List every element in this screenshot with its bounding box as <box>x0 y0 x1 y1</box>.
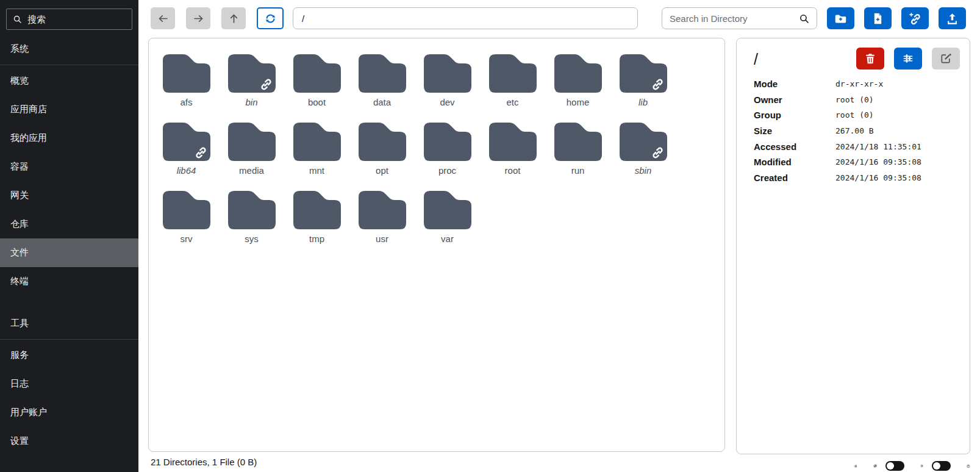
file-grid: afs bin boot data dev etc home <box>149 38 724 256</box>
sidebar-item-app-store[interactable]: 应用商店 <box>0 95 138 124</box>
file-item-boot[interactable]: boot <box>284 54 349 119</box>
file-name: proc <box>438 165 456 176</box>
sidebar-divider <box>0 339 138 340</box>
file-name: dev <box>440 97 454 107</box>
property-row-size: Size 267.00 B <box>754 123 960 139</box>
folder-icon <box>359 123 406 161</box>
property-row-created: Created 2024/1/16 09:35:08 <box>754 170 960 186</box>
back-button[interactable] <box>151 7 175 29</box>
folder-icon <box>554 54 602 93</box>
sidebar-item-repository[interactable]: 仓库 <box>0 210 138 238</box>
show-hidden-toggle[interactable] <box>885 461 904 471</box>
upload-button[interactable] <box>939 7 966 29</box>
sidebar-search-input[interactable] <box>27 14 126 24</box>
file-item-lib[interactable]: lib <box>610 54 676 119</box>
sidebar-item-overview[interactable]: 概览 <box>0 66 138 95</box>
sidebar: 系统 概览 应用商店 我的应用 容器 网关 仓库 文件 终端 工具 服务 日志 … <box>0 0 138 472</box>
refresh-button[interactable] <box>257 7 284 29</box>
sidebar-item-logs[interactable]: 日志 <box>0 370 138 398</box>
file-name: home <box>567 97 590 107</box>
gear-icon[interactable] <box>920 460 923 472</box>
rename-button[interactable] <box>932 48 960 70</box>
file-item-proc[interactable]: proc <box>415 123 480 187</box>
file-item-afs[interactable]: afs <box>154 54 219 119</box>
refresh-icon <box>265 13 276 24</box>
file-item-root[interactable]: root <box>480 123 545 187</box>
sidebar-item-settings[interactable]: 设置 <box>0 427 138 456</box>
folder-icon <box>359 54 406 93</box>
properties-button[interactable] <box>894 48 922 70</box>
file-item-srv[interactable]: srv <box>154 191 219 256</box>
sidebar-gap <box>0 296 138 309</box>
properties-table: Mode dr-xr-xr-x Owner root (0) Group roo… <box>754 76 960 185</box>
file-item-home[interactable]: home <box>545 54 610 119</box>
file-item-bin[interactable]: bin <box>219 54 284 119</box>
file-item-dev[interactable]: dev <box>415 54 480 119</box>
symlink-badge-icon <box>651 78 664 91</box>
search-icon <box>13 15 22 24</box>
file-name: lib <box>638 97 648 107</box>
file-item-sys[interactable]: sys <box>219 191 284 256</box>
folder-icon <box>293 191 341 229</box>
folder-icon <box>554 123 602 161</box>
file-name: boot <box>308 97 326 107</box>
new-file-icon <box>871 12 884 25</box>
sidebar-item-system[interactable]: 系统 <box>0 35 138 63</box>
file-item-mnt[interactable]: mnt <box>284 123 349 187</box>
view-controls <box>854 459 970 472</box>
file-item-usr[interactable]: usr <box>349 191 415 256</box>
file-name: tmp <box>309 234 324 244</box>
path-input[interactable] <box>293 7 638 29</box>
sidebar-item-accounts[interactable]: 用户账户 <box>0 398 138 427</box>
up-button[interactable] <box>221 7 246 29</box>
sidebar-item-files[interactable]: 文件 <box>0 238 138 267</box>
arrow-left-icon <box>157 13 169 24</box>
sidebar-item-tools[interactable]: 工具 <box>0 309 138 338</box>
eye-slash-icon[interactable] <box>873 459 878 472</box>
property-row-modified: Modified 2024/1/16 09:35:08 <box>754 154 960 170</box>
file-name: opt <box>376 165 388 176</box>
sidebar-item-gateway[interactable]: 网关 <box>0 181 138 210</box>
new-directory-button[interactable] <box>827 7 854 29</box>
list-view-icon[interactable] <box>854 460 857 472</box>
symlink-badge-icon <box>651 146 664 159</box>
file-item-media[interactable]: media <box>219 123 284 187</box>
file-item-tmp[interactable]: tmp <box>284 191 349 256</box>
folder-icon <box>163 191 210 229</box>
sidebar-item-services[interactable]: 服务 <box>0 341 138 370</box>
delete-button[interactable] <box>856 48 884 70</box>
forward-button[interactable] <box>186 7 210 29</box>
folder-icon <box>424 123 471 161</box>
file-item-data[interactable]: data <box>349 54 415 119</box>
new-file-button[interactable] <box>864 7 892 29</box>
directory-search-input[interactable] <box>670 13 799 24</box>
search-icon[interactable] <box>799 13 809 24</box>
directory-search[interactable] <box>662 7 817 29</box>
folder-icon <box>228 123 276 161</box>
edit-mode-toggle[interactable] <box>932 461 951 471</box>
file-browser-card: afs bin boot data dev etc home <box>148 38 725 452</box>
new-directory-icon <box>834 12 847 25</box>
file-name: sbin <box>635 165 652 176</box>
new-link-button[interactable] <box>901 7 929 29</box>
property-row-mode: Mode dr-xr-xr-x <box>754 76 960 92</box>
file-item-opt[interactable]: opt <box>349 123 415 187</box>
file-item-etc[interactable]: etc <box>480 54 545 119</box>
property-row-owner: Owner root (0) <box>754 92 960 108</box>
selected-path-title: / <box>754 48 758 71</box>
question-icon[interactable] <box>967 460 970 472</box>
file-item-var[interactable]: var <box>415 191 480 256</box>
file-item-lib64[interactable]: lib64 <box>154 123 219 187</box>
symlink-badge-icon <box>195 146 207 159</box>
file-name: run <box>571 165 585 176</box>
folder-icon <box>293 123 341 161</box>
sidebar-item-my-apps[interactable]: 我的应用 <box>0 124 138 152</box>
symlink-badge-icon <box>260 78 273 91</box>
sidebar-item-terminal[interactable]: 终端 <box>0 267 138 296</box>
folder-icon <box>489 54 537 93</box>
directory-status: 21 Directories, 1 File (0 B) <box>151 457 257 467</box>
sidebar-search[interactable] <box>6 9 132 30</box>
sidebar-item-containers[interactable]: 容器 <box>0 152 138 181</box>
file-item-sbin[interactable]: sbin <box>610 123 676 187</box>
file-item-run[interactable]: run <box>545 123 610 187</box>
